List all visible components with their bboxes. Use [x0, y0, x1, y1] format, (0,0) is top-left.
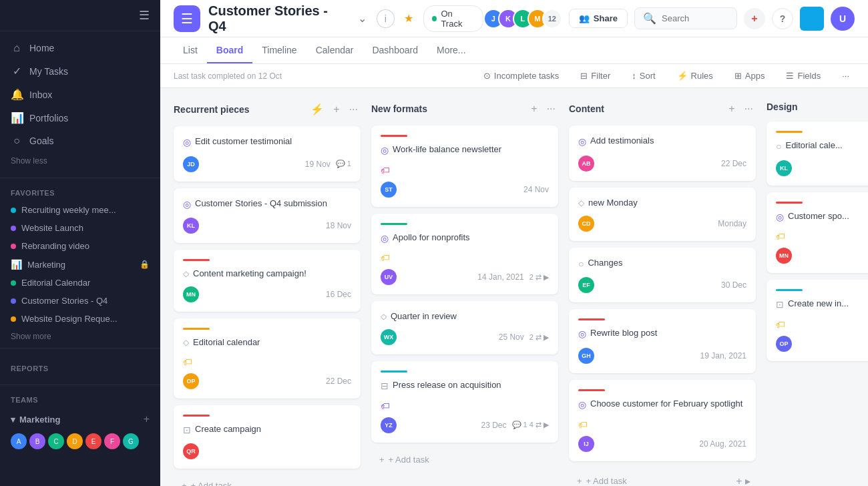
add-task-button[interactable]: + + Add task [569, 471, 728, 486]
add-card-button[interactable]: + [331, 102, 342, 117]
teams-title: Teams [0, 388, 160, 408]
color-square[interactable] [800, 7, 824, 31]
add-card-button[interactable]: + [726, 101, 737, 116]
sidebar-item-home[interactable]: ⌂ Home [0, 37, 160, 59]
funnel-icon: ⊟ [580, 71, 588, 81]
avatar: MN [183, 286, 199, 302]
chevron-down-button[interactable]: ⌄ [353, 9, 371, 28]
check-circle-icon: ◎ [776, 211, 784, 224]
add-more-button[interactable]: + ▸ [733, 473, 753, 486]
sidebar-item-my-tasks[interactable]: ✓ My Tasks [0, 59, 160, 83]
card-quarter-review[interactable]: ◇ Quarter in review WX 25 Nov 2 ⇄ ▶ [371, 301, 558, 354]
column-header: Design [767, 99, 868, 115]
check-circle-icon: ◎ [578, 399, 586, 412]
sidebar-item-marketing[interactable]: 📊 Marketing 🔒 [0, 255, 160, 274]
sidebar-item-inbox[interactable]: 🔔 Inbox [0, 83, 160, 106]
team-name-label[interactable]: ▾ Marketing [11, 415, 60, 425]
avatar-group: J K L M 12 [483, 9, 562, 29]
sidebar-item-recruiting[interactable]: Recruiting weekly mee... [0, 201, 160, 219]
card-apollo[interactable]: ◎ Apollo for nonprofits 🏷 UV 14 Jan, 202… [371, 214, 558, 295]
column-header: Content + ··· [569, 99, 756, 119]
card-footer: CD Monday [578, 216, 746, 232]
tab-board[interactable]: Board [207, 38, 252, 63]
card-customer-spo[interactable]: ◎ Customer spo... 🏷 MN 18 Jan, 2021 [767, 192, 868, 274]
tab-list[interactable]: List [174, 38, 207, 63]
tab-calendar[interactable]: Calendar [306, 38, 363, 63]
add-task-button[interactable]: + + Add task [371, 449, 558, 470]
more-button[interactable]: ··· [347, 102, 361, 117]
card-editorial-cale[interactable]: ○ Editorial cale... KL 29 Dec [767, 121, 868, 186]
sort-button[interactable]: ↕ Sort [626, 68, 660, 83]
fields-button[interactable]: ☰ Fields [781, 68, 826, 83]
card-edit-testimonial[interactable]: ◎ Edit customer testimonial JD 19 Nov 💬 … [174, 126, 361, 182]
card-add-testimonials[interactable]: ◎ Add testimonials AB 22 Dec [569, 126, 756, 181]
card-new-monday[interactable]: ◇ new Monday CD Monday [569, 188, 756, 241]
card-title: ◎ Customer spo... [776, 210, 868, 224]
card-work-life[interactable]: ◎ Work-life balance newsletter 🏷 ST 24 N… [371, 126, 558, 207]
tag-icon: 🏷 [183, 356, 192, 367]
sidebar-item-website-design[interactable]: Website Design Reque... [0, 310, 160, 328]
card-title: ◎ Choose customer for February spotlight [578, 398, 746, 412]
filter-button[interactable]: ⊟ Filter [575, 68, 616, 83]
incomplete-tasks-button[interactable]: ⊙ Incomplete tasks [478, 68, 565, 83]
tab-more[interactable]: More... [427, 38, 475, 63]
avatar: B [29, 433, 45, 449]
add-task-button[interactable]: + + Add task [174, 475, 361, 486]
sidebar-item-portfolios[interactable]: 📊 Portfolios [0, 106, 160, 130]
comment-count: 💬 1 [336, 160, 351, 168]
avatar: A [11, 433, 27, 449]
card-press-release[interactable]: ⊟ Press release on acquisition 🏷 YZ 23 D… [371, 361, 558, 443]
card-title: ◎ Edit customer testimonial [183, 136, 351, 150]
card-content-marketing[interactable]: ◇ Content marketing campaign! MN 16 Dec [174, 250, 361, 312]
show-more-button[interactable]: Show more [0, 328, 160, 345]
card-create-campaign[interactable]: ⊡ Create campaign QR [174, 405, 361, 469]
card-q4-submission[interactable]: ◎ Customer Stories - Q4 submission KL 18… [174, 188, 361, 244]
share-button[interactable]: 👥 Share [569, 9, 628, 28]
star-button[interactable]: ★ [400, 9, 418, 28]
share-label: Share [594, 13, 618, 23]
sidebar-item-editorial-calendar[interactable]: Editorial Calendar [0, 274, 160, 292]
avatar-count[interactable]: 12 [542, 9, 562, 29]
avatar: EF [578, 277, 594, 293]
tab-dashboard[interactable]: Dashboard [363, 38, 427, 63]
card-footer: IJ 20 Aug, 2021 [578, 436, 746, 452]
add-card-button[interactable]: + [528, 101, 539, 116]
help-button[interactable]: ? [772, 8, 793, 29]
teams-add-button[interactable]: + [144, 413, 150, 425]
sidebar-item-website-launch[interactable]: Website Launch [0, 219, 160, 237]
rules-button[interactable]: ⚡ Rules [672, 68, 718, 83]
user-avatar[interactable]: U [831, 7, 855, 31]
show-less-button[interactable]: Show less [0, 152, 160, 170]
status-badge[interactable]: On Track [423, 5, 483, 32]
card-choose-customer[interactable]: ◎ Choose customer for February spotlight… [569, 380, 756, 461]
sidebar-item-label: Portfolios [29, 113, 68, 124]
info-button[interactable]: i [377, 9, 395, 28]
sidebar-item-customer-stories[interactable]: Customer Stories - Q4 [0, 292, 160, 310]
card-changes[interactable]: ○ Changes EF 30 Dec [569, 248, 756, 303]
card-create-new[interactable]: ⊡ Create new in... 🏷 OP 17 Dec [767, 280, 868, 361]
column-new-formats: New formats + ··· ◎ Work-life balance ne… [371, 99, 558, 470]
more-button[interactable]: ··· [742, 101, 756, 116]
more-button[interactable]: ··· [544, 101, 558, 116]
card-editorial-calendar[interactable]: ◇ Editorial calendar 🏷 OP 22 Dec [174, 318, 361, 398]
card-date: 25 Nov [499, 332, 524, 342]
sidebar-item-goals[interactable]: ○ Goals [0, 130, 160, 152]
card-date: 30 Dec [721, 280, 746, 290]
chevron-down-icon: ▾ [11, 415, 15, 425]
app-logo[interactable]: ☰ [174, 5, 200, 32]
tab-timeline[interactable]: Timeline [252, 38, 306, 63]
apps-button[interactable]: ⊞ Apps [729, 68, 771, 83]
search-input[interactable] [662, 13, 728, 23]
lightning-button[interactable]: ⚡ [308, 101, 327, 117]
card-rewrite-blog[interactable]: ◎ Rewrite blog post GH 19 Jan, 2021 [569, 309, 756, 373]
more-options-button[interactable]: ··· [837, 68, 855, 83]
add-button[interactable]: + [744, 8, 765, 29]
sidebar-item-rebranding[interactable]: Rebranding video [0, 237, 160, 255]
sidebar-item-label: My Tasks [29, 66, 68, 77]
card-date: 14 Jan, 2021 [477, 272, 523, 282]
card-date: 20 Aug, 2021 [699, 439, 746, 449]
avatar: CD [578, 216, 594, 232]
card-footer: OP 17 Dec [776, 336, 868, 352]
hamburger-icon[interactable]: ☰ [139, 8, 150, 23]
search-box[interactable]: 🔍 [634, 7, 737, 29]
